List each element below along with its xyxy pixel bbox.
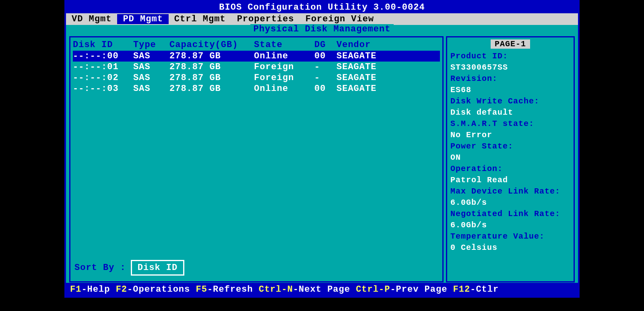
- sort-label: Sort By :: [74, 263, 126, 273]
- disk-row[interactable]: --:--:00SAS278.87 GBOnline00SEAGATE: [73, 51, 440, 62]
- disk-id: --:--:01: [73, 62, 133, 72]
- disk-dg: -: [314, 62, 336, 72]
- product-id-value: ST3300657SS: [450, 63, 508, 72]
- max-link-label: Max Device Link Rate:: [450, 187, 560, 196]
- disk-id: --:--:03: [73, 84, 133, 94]
- body-area: Disk ID Type Capacity(GB) State DG Vendo…: [66, 36, 578, 282]
- disk-type: SAS: [133, 62, 169, 72]
- footer-text: -Prev Page: [390, 284, 453, 295]
- revision-label: Revision:: [450, 74, 497, 83]
- footer-key[interactable]: Ctrl-P: [356, 284, 390, 295]
- smart-label: S.M.A.R.T state:: [450, 119, 534, 128]
- menu-item-pd-mgmt[interactable]: PD Mgmt: [117, 14, 168, 24]
- table-header: Disk ID Type Capacity(GB) State DG Vendo…: [73, 39, 440, 51]
- disk-vendor: SEAGATE: [336, 73, 440, 83]
- col-header-type: Type: [133, 40, 169, 50]
- footer-key[interactable]: F5: [196, 284, 207, 295]
- disk-row[interactable]: --:--:01SAS278.87 GBForeign-SEAGATE: [73, 62, 440, 72]
- disk-state: Foreign: [254, 73, 314, 83]
- disk-vendor: SEAGATE: [336, 84, 440, 94]
- page-label: PAGE-1: [491, 39, 530, 49]
- col-header-disk-id: Disk ID: [73, 40, 133, 50]
- bios-screen: BIOS Configuration Utility 3.00-0024 VD …: [64, 0, 580, 298]
- page-label-wrap: PAGE-1: [450, 39, 570, 49]
- panel-title-wrap: Physical Disk Management: [66, 25, 578, 36]
- disk-capacity: 278.87 GB: [169, 51, 254, 61]
- disk-state: Foreign: [254, 62, 314, 72]
- col-header-vendor: Vendor: [336, 40, 440, 50]
- operation-value: Patrol Read: [450, 175, 508, 185]
- title-text: BIOS Configuration Utility 3.00-0024: [219, 2, 425, 12]
- disk-row[interactable]: --:--:03SAS278.87 GBOnline00SEAGATE: [73, 83, 440, 94]
- write-cache-value: Disk default: [450, 108, 513, 117]
- revision-value: ES68: [450, 85, 471, 95]
- menu-bar[interactable]: VD MgmtPD MgmtCtrl MgmtPropertiesForeign…: [66, 13, 578, 25]
- disk-state: Online: [254, 84, 314, 94]
- menu-item-vd-mgmt[interactable]: VD Mgmt: [66, 14, 117, 24]
- footer-text: -Refresh: [207, 284, 259, 295]
- product-id-label: Product ID:: [450, 51, 508, 61]
- footer-bar: F1-Help F2-Operations F5-Refresh Ctrl-N-…: [66, 283, 578, 296]
- sort-row: Sort By : Disk ID: [73, 257, 440, 280]
- disk-type: SAS: [133, 51, 169, 61]
- disk-capacity: 278.87 GB: [169, 62, 254, 72]
- col-header-dg: DG: [314, 40, 336, 50]
- panel-title: Physical Disk Management: [250, 24, 394, 34]
- detail-pane: PAGE-1 Product ID: ST3300657SS Revision:…: [446, 36, 575, 282]
- neg-link-value: 6.0Gb/s: [450, 220, 487, 230]
- disk-id: --:--:00: [73, 51, 133, 61]
- neg-link-label: Negotiated Link Rate:: [450, 209, 560, 218]
- menu-item-properties[interactable]: Properties: [231, 14, 300, 24]
- disk-vendor: SEAGATE: [336, 62, 440, 72]
- power-label: Power State:: [450, 142, 513, 151]
- col-header-state: State: [254, 40, 314, 50]
- sort-value: Disk ID: [138, 263, 178, 273]
- disk-row[interactable]: --:--:02SAS278.87 GBForeign-SEAGATE: [73, 72, 440, 83]
- footer-key[interactable]: F1: [70, 284, 81, 295]
- write-cache-label: Disk Write Cache:: [450, 97, 539, 106]
- temp-label: Temperature Value:: [450, 232, 545, 241]
- disk-type: SAS: [133, 73, 169, 83]
- disk-dg: 00: [314, 51, 336, 61]
- disk-rows: --:--:00SAS278.87 GBOnline00SEAGATE--:--…: [73, 51, 440, 94]
- sort-value-box[interactable]: Disk ID: [131, 260, 184, 276]
- disk-list-pane[interactable]: Disk ID Type Capacity(GB) State DG Vendo…: [69, 36, 444, 282]
- footer-key[interactable]: F2: [116, 284, 127, 295]
- col-header-capacity: Capacity(GB): [169, 40, 254, 50]
- disk-type: SAS: [133, 84, 169, 94]
- disk-id: --:--:02: [73, 73, 133, 83]
- footer-key[interactable]: Ctrl-N: [259, 284, 293, 295]
- menu-item-foreign-view[interactable]: Foreign View: [300, 14, 380, 24]
- disk-dg: -: [314, 73, 336, 83]
- footer-text: -Next Page: [293, 284, 356, 295]
- disk-capacity: 278.87 GB: [169, 84, 254, 94]
- menu-item-ctrl-mgmt[interactable]: Ctrl Mgmt: [169, 14, 231, 24]
- smart-value: No Error: [450, 130, 492, 140]
- temp-value: 0 Celsius: [450, 243, 497, 252]
- disk-vendor: SEAGATE: [336, 51, 440, 61]
- footer-text: -Help: [81, 284, 116, 295]
- disk-state: Online: [254, 51, 314, 61]
- title-bar: BIOS Configuration Utility 3.00-0024: [66, 2, 578, 13]
- footer-key[interactable]: F12: [453, 284, 471, 295]
- operation-label: Operation:: [450, 164, 503, 173]
- max-link-value: 6.0Gb/s: [450, 198, 487, 207]
- disk-capacity: 278.87 GB: [169, 73, 254, 83]
- power-value: ON: [450, 153, 461, 162]
- disk-dg: 00: [314, 84, 336, 94]
- footer-text: -Ctlr: [470, 284, 499, 295]
- footer-text: -Operations: [127, 284, 196, 295]
